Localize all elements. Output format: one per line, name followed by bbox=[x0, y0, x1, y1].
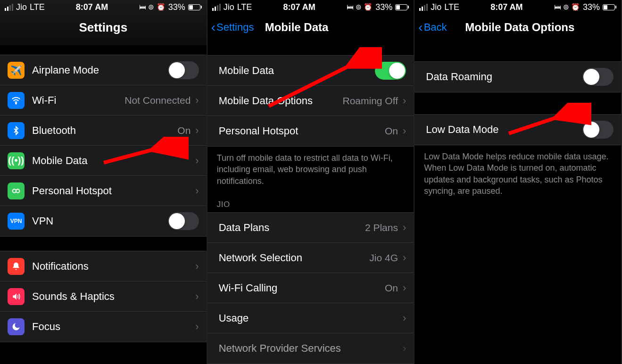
row-wifi-calling[interactable]: Wi-Fi Calling On › bbox=[207, 273, 414, 303]
label: Personal Hotspot bbox=[32, 185, 195, 197]
row-network-selection[interactable]: Network Selection Jio 4G › bbox=[207, 243, 414, 273]
value: On bbox=[177, 125, 191, 136]
label: Wi-Fi Calling bbox=[219, 282, 385, 294]
row-data-plans[interactable]: Data Plans 2 Plans › bbox=[207, 213, 414, 243]
wifi-icon bbox=[8, 92, 25, 109]
airplane-toggle[interactable] bbox=[168, 61, 199, 79]
low-data-mode-toggle[interactable] bbox=[582, 121, 614, 139]
speaker-icon bbox=[8, 288, 25, 305]
label: VPN bbox=[32, 215, 168, 227]
status-bar: Jio LTE 8:07 AM 🛏 ⊚ ⏰ 33% bbox=[207, 0, 414, 14]
settings-group-connectivity: ✈️ Airplane Mode Wi-Fi Not Connected › B… bbox=[0, 55, 207, 237]
chevron-left-icon: ‹ bbox=[211, 21, 216, 34]
row-personal-hotspot[interactable]: Personal Hotspot On › bbox=[207, 116, 414, 146]
value: Not Connected bbox=[124, 95, 191, 106]
page-title: Mobile Data Options bbox=[465, 21, 574, 34]
chevron-right-icon: › bbox=[195, 155, 199, 167]
signal-icon bbox=[212, 4, 221, 11]
row-airplane-mode[interactable]: ✈️ Airplane Mode bbox=[0, 55, 207, 85]
status-bar: Jio LTE 8:07 AM 🛏 ⊚ ⏰ 33% bbox=[0, 0, 207, 14]
row-notifications[interactable]: Notifications › bbox=[0, 251, 207, 281]
label: Airplane Mode bbox=[32, 64, 168, 76]
row-sounds-haptics[interactable]: Sounds & Haptics › bbox=[0, 281, 207, 312]
moon-icon bbox=[8, 318, 25, 335]
chevron-right-icon: › bbox=[195, 124, 199, 137]
status-indicator-icons: 🛏 ⊚ ⏰ bbox=[347, 3, 373, 11]
screen-settings: Jio LTE 8:07 AM 🛏 ⊚ ⏰ 33% Settings ✈️ Ai… bbox=[0, 0, 207, 364]
label: Personal Hotspot bbox=[219, 125, 385, 137]
label: Network Provider Services bbox=[219, 342, 403, 355]
bluetooth-icon bbox=[8, 122, 25, 139]
row-mobile-data-toggle[interactable]: Mobile Data bbox=[207, 56, 414, 86]
battery-icon bbox=[603, 4, 616, 10]
carrier-label: Jio bbox=[16, 2, 27, 12]
status-bar: Jio LTE 8:07 AM 🛏 ⊚ ⏰ 33% bbox=[415, 0, 621, 14]
label: Mobile Data Options bbox=[219, 95, 343, 107]
row-wifi[interactable]: Wi-Fi Not Connected › bbox=[0, 85, 207, 116]
svg-point-1 bbox=[13, 189, 16, 192]
chevron-right-icon: › bbox=[195, 290, 199, 303]
chevron-right-icon: › bbox=[403, 312, 406, 324]
label: Mobile Data bbox=[32, 155, 195, 167]
settings-group-alerts: Notifications › Sounds & Haptics › Focus… bbox=[0, 251, 207, 342]
svg-point-2 bbox=[16, 189, 19, 192]
airplane-icon: ✈️ bbox=[8, 62, 25, 79]
data-options-group-2: Low Data Mode bbox=[415, 114, 621, 145]
chevron-right-icon: › bbox=[195, 185, 199, 197]
label: Sounds & Haptics bbox=[32, 290, 195, 303]
row-low-data-mode[interactable]: Low Data Mode bbox=[415, 115, 621, 145]
status-time: 8:07 AM bbox=[490, 2, 522, 12]
mobile-data-group-jio: Data Plans 2 Plans › Network Selection J… bbox=[207, 212, 414, 364]
nav-bar: ‹ Settings Mobile Data bbox=[207, 14, 414, 41]
back-button[interactable]: ‹ Back bbox=[418, 21, 447, 34]
chevron-right-icon: › bbox=[403, 95, 406, 107]
row-network-provider-services[interactable]: Network Provider Services › bbox=[207, 333, 414, 364]
carrier-label: Jio bbox=[431, 2, 441, 12]
mobile-data-toggle[interactable] bbox=[375, 62, 406, 80]
label: Bluetooth bbox=[32, 124, 177, 137]
chevron-right-icon: › bbox=[403, 222, 406, 234]
battery-percent: 33% bbox=[375, 2, 392, 12]
status-indicator-icons: 🛏 ⊚ ⏰ bbox=[139, 3, 165, 11]
row-vpn[interactable]: VPN VPN bbox=[0, 206, 207, 236]
antenna-icon: ((•)) bbox=[8, 152, 25, 169]
page-title: Settings bbox=[6, 20, 201, 35]
back-button[interactable]: ‹ Settings bbox=[211, 21, 254, 34]
chevron-right-icon: › bbox=[403, 252, 406, 264]
data-roaming-toggle[interactable] bbox=[582, 68, 614, 86]
screen-mobile-data: Jio LTE 8:07 AM 🛏 ⊚ ⏰ 33% ‹ Settings Mob… bbox=[207, 0, 415, 364]
group-footer-text: Turn off mobile data to restrict all dat… bbox=[207, 147, 414, 192]
row-usage[interactable]: Usage › bbox=[207, 303, 414, 333]
row-data-roaming[interactable]: Data Roaming bbox=[415, 62, 621, 92]
label: Data Roaming bbox=[426, 71, 582, 83]
row-personal-hotspot[interactable]: Personal Hotspot › bbox=[0, 176, 207, 206]
group-footer-text: Low Data Mode helps reduce mobile data u… bbox=[415, 145, 621, 202]
signal-icon bbox=[419, 4, 428, 11]
row-mobile-data[interactable]: ((•)) Mobile Data › bbox=[0, 146, 207, 176]
value: Roaming Off bbox=[342, 95, 398, 107]
label: Usage bbox=[219, 312, 403, 324]
hotspot-icon bbox=[8, 182, 25, 199]
row-focus[interactable]: Focus › bbox=[0, 312, 207, 342]
row-bluetooth[interactable]: Bluetooth On › bbox=[0, 116, 207, 146]
section-header: JIO bbox=[207, 192, 414, 212]
chevron-right-icon: › bbox=[195, 260, 199, 273]
label: Wi-Fi bbox=[32, 94, 124, 107]
chevron-right-icon: › bbox=[403, 342, 406, 355]
battery-icon bbox=[395, 4, 409, 10]
back-label: Settings bbox=[216, 21, 254, 33]
vpn-toggle[interactable] bbox=[168, 212, 199, 230]
chevron-right-icon: › bbox=[195, 321, 199, 333]
row-mobile-data-options[interactable]: Mobile Data Options Roaming Off › bbox=[207, 86, 414, 116]
value: On bbox=[385, 282, 398, 294]
screen-mobile-data-options: Jio LTE 8:07 AM 🛏 ⊚ ⏰ 33% ‹ Back Mobile … bbox=[415, 0, 622, 364]
network-label: LTE bbox=[237, 2, 252, 12]
signal-icon bbox=[5, 4, 13, 11]
chevron-right-icon: › bbox=[403, 125, 406, 137]
svg-point-0 bbox=[16, 103, 17, 104]
status-indicator-icons: 🛏 ⊚ ⏰ bbox=[554, 3, 580, 11]
label: Network Selection bbox=[219, 252, 370, 264]
battery-icon bbox=[188, 4, 202, 10]
network-label: LTE bbox=[444, 2, 459, 12]
network-label: LTE bbox=[30, 2, 45, 12]
